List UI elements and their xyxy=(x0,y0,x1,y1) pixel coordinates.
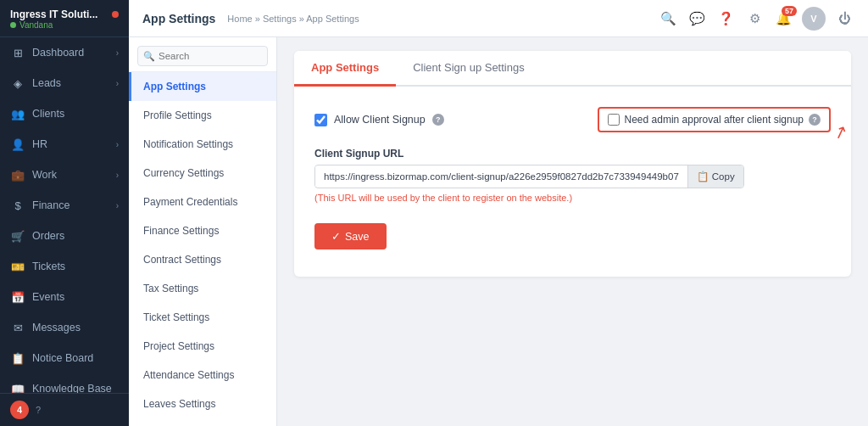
sidebar-item-label: Finance xyxy=(32,199,70,211)
sec-nav-ticket-settings[interactable]: Ticket Settings xyxy=(129,303,276,332)
app-name: Ingress IT Soluti... xyxy=(10,8,97,20)
dashboard-icon: ⊞ xyxy=(10,45,25,60)
sidebar-item-clients[interactable]: 👥 Clients xyxy=(0,98,129,129)
cursor-arrow-icon: ↗ xyxy=(830,121,850,144)
clients-icon: 👥 xyxy=(10,106,25,121)
topbar-actions: 🔍 💬 ❓ ⚙ 🔔 57 V ⏻ xyxy=(658,7,854,31)
events-icon: 📅 xyxy=(10,289,25,305)
chat-icon[interactable]: 💬 xyxy=(687,8,707,29)
sidebar-item-hr[interactable]: 👤 HR › xyxy=(0,129,129,160)
sec-nav-leaves-settings[interactable]: Leaves Settings xyxy=(129,390,276,418)
leads-icon: ◈ xyxy=(10,76,25,91)
chevron-right-icon: › xyxy=(116,48,119,58)
client-signup-url-section: Client Signup URL https://ingress.bizorm… xyxy=(314,148,831,203)
content-area: 🔍 App Settings Profile Settings Notifica… xyxy=(129,37,868,426)
knowledgebase-icon: 📖 xyxy=(10,381,25,393)
orders-icon: 🛒 xyxy=(10,228,25,244)
sec-nav-app-settings[interactable]: App Settings xyxy=(129,72,276,101)
page-content: App Settings Client Sign up Settings All… xyxy=(277,37,868,426)
sidebar-logo: Ingress IT Soluti... Vandana xyxy=(0,0,129,37)
notification-bell-icon[interactable]: 🔔 57 xyxy=(773,8,793,29)
sec-nav-project-settings[interactable]: Project Settings xyxy=(129,332,276,361)
sidebar-item-label: Knowledge Base xyxy=(32,383,112,393)
chevron-right-icon: › xyxy=(116,201,119,210)
finance-icon: $ xyxy=(10,198,25,213)
settings-icon[interactable]: ⚙ xyxy=(744,8,765,29)
sidebar-item-label: Dashboard xyxy=(32,47,84,59)
sec-nav-profile-settings[interactable]: Profile Settings xyxy=(129,101,276,130)
tab-app-settings[interactable]: App Settings xyxy=(294,51,396,87)
url-label: Client Signup URL xyxy=(314,148,831,160)
sidebar-item-label: Events xyxy=(32,291,64,303)
sidebar-item-label: Tickets xyxy=(32,261,65,272)
sidebar-item-tickets[interactable]: 🎫 Tickets xyxy=(0,251,129,282)
user-status: Vandana xyxy=(10,20,119,30)
sidebar-item-noticeboard[interactable]: 📋 Notice Board xyxy=(0,343,129,373)
sidebar-item-label: Notice Board xyxy=(32,352,93,364)
copy-url-button[interactable]: 📋 Copy xyxy=(687,165,743,188)
chevron-right-icon: › xyxy=(116,171,119,180)
sidebar-item-label: Messages xyxy=(32,322,81,334)
search-container: 🔍 xyxy=(129,37,276,72)
sidebar-item-messages[interactable]: ✉ Messages xyxy=(0,312,129,343)
sec-nav-notification-settings[interactable]: Notification Settings xyxy=(129,130,276,159)
page-title: App Settings xyxy=(142,12,215,25)
settings-row-client-signup: Allow Client Signup ? Need admin approva… xyxy=(314,107,831,132)
copy-icon: 📋 xyxy=(697,171,709,182)
allow-signup-help-icon[interactable]: ? xyxy=(432,114,444,126)
url-field: https://ingress.bizormap.com/client-sign… xyxy=(314,165,744,188)
username: Vandana xyxy=(19,20,53,30)
sidebar-item-leads[interactable]: ◈ Leads › xyxy=(0,68,129,98)
sidebar: Ingress IT Soluti... Vandana ⊞ Dashboard… xyxy=(0,0,129,426)
sec-nav-attendance-settings[interactable]: Attendance Settings xyxy=(129,361,276,390)
topbar: App Settings Home » Settings » App Setti… xyxy=(129,0,868,37)
main: App Settings Home » Settings » App Setti… xyxy=(129,0,868,426)
work-icon: 💼 xyxy=(10,167,25,182)
need-admin-help-icon[interactable]: ? xyxy=(809,114,821,126)
help-icon[interactable]: ❓ xyxy=(715,8,736,29)
sec-nav-tax-settings[interactable]: Tax Settings xyxy=(129,274,276,303)
power-icon[interactable]: ⏻ xyxy=(834,8,854,29)
tab-client-signup-settings[interactable]: Client Sign up Settings xyxy=(396,51,542,87)
search-wrap: 🔍 xyxy=(137,46,268,66)
sec-nav-finance-settings[interactable]: Finance Settings xyxy=(129,216,276,245)
card-tabs: App Settings Client Sign up Settings xyxy=(294,51,851,87)
breadcrumb: Home » Settings » App Settings xyxy=(227,14,359,24)
noticeboard-icon: 📋 xyxy=(10,350,25,366)
notification-count: 57 xyxy=(782,6,797,16)
sidebar-item-knowledgebase[interactable]: 📖 Knowledge Base xyxy=(0,373,129,393)
sidebar-item-label: Orders xyxy=(32,230,64,242)
messages-icon: ✉ xyxy=(10,320,25,335)
search-button[interactable]: 🔍 xyxy=(658,8,678,29)
sidebar-nav: ⊞ Dashboard › ◈ Leads › 👥 Clients 👤 HR ›… xyxy=(0,37,129,393)
red-dot-icon xyxy=(112,11,119,18)
url-note: (This URL will be used by the client to … xyxy=(314,193,831,203)
sidebar-item-dashboard[interactable]: ⊞ Dashboard › xyxy=(0,37,129,68)
hr-icon: 👤 xyxy=(10,137,25,152)
sidebar-badge: 4 xyxy=(10,401,29,419)
sidebar-item-orders[interactable]: 🛒 Orders xyxy=(0,221,129,251)
need-admin-approval-checkbox[interactable] xyxy=(608,114,620,126)
chevron-right-icon: › xyxy=(116,140,119,149)
admin-approval-box: Need admin approval after client signup … xyxy=(598,107,831,132)
checkmark-icon: ✓ xyxy=(331,230,341,243)
help-icon[interactable]: ? xyxy=(36,405,41,415)
allow-client-signup-checkbox[interactable] xyxy=(314,114,327,126)
allow-client-signup-label[interactable]: Allow Client Signup ? xyxy=(314,114,444,126)
sidebar-item-label: Leads xyxy=(32,77,61,89)
search-input[interactable] xyxy=(137,46,268,66)
sidebar-item-work[interactable]: 💼 Work › xyxy=(0,160,129,190)
save-button[interactable]: ✓ Save xyxy=(314,223,387,249)
avatar[interactable]: V xyxy=(802,7,826,31)
sidebar-footer: 4 ? xyxy=(0,393,129,426)
sec-nav-contract-settings[interactable]: Contract Settings xyxy=(129,245,276,274)
sidebar-item-label: Work xyxy=(32,169,57,181)
sidebar-item-finance[interactable]: $ Finance › xyxy=(0,190,129,221)
card-body: Allow Client Signup ? Need admin approva… xyxy=(294,87,851,277)
sec-nav-currency-settings[interactable]: Currency Settings xyxy=(129,159,276,188)
sidebar-item-events[interactable]: 📅 Events xyxy=(0,282,129,312)
settings-card: App Settings Client Sign up Settings All… xyxy=(294,51,851,277)
sec-nav-payment-credentials[interactable]: Payment Credentials xyxy=(129,188,276,216)
search-icon: 🔍 xyxy=(143,51,155,62)
secondary-sidebar: 🔍 App Settings Profile Settings Notifica… xyxy=(129,37,277,426)
